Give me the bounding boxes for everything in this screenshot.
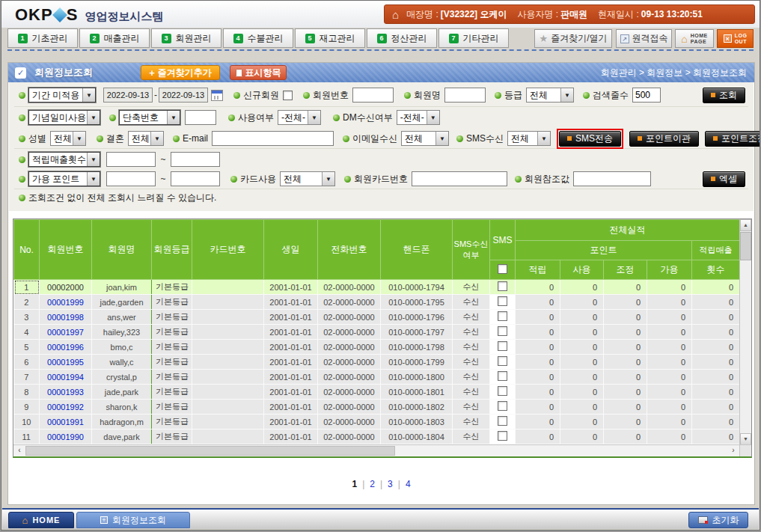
table-row[interactable]: 100002000joan,kim기본등급2001-01-0102-0000-0… [14, 280, 740, 295]
row-sms-checkbox[interactable] [498, 281, 507, 291]
home-tab[interactable]: ⌂ HOME [8, 512, 74, 528]
excel-button[interactable]: 엑셀 [703, 171, 745, 187]
gender-label: 성별 [28, 132, 46, 145]
favorites-open-button[interactable]: ★ 즐겨찾기/열기 [534, 29, 612, 48]
card-use-select[interactable]: 전체 ▼ [280, 171, 335, 186]
menu-tab-sales[interactable]: 2 매출관리 [79, 28, 150, 48]
new-member-checkbox[interactable] [283, 91, 293, 100]
anniversary-select[interactable]: 기념일미사용 ▼ [28, 110, 100, 125]
vertical-scroll-thumb[interactable] [740, 232, 751, 260]
cell-member-no[interactable]: 00001998 [40, 310, 92, 325]
period-select[interactable]: 기간 미적용 ▼ [28, 88, 96, 103]
table-row[interactable]: 700001994crystal,p기본등급2001-01-0102-0000-… [14, 370, 740, 385]
horizontal-scroll-thumb[interactable] [25, 446, 395, 456]
scroll-up-icon[interactable]: ▲ [740, 219, 751, 231]
cell-member-no[interactable]: 00001994 [40, 370, 92, 385]
member-no-input[interactable] [352, 88, 394, 103]
sales-count-select[interactable]: 적립매출횟수 ▼ [28, 152, 100, 167]
homepage-button[interactable]: ⌂ HOME PAGE [675, 29, 714, 48]
table-row[interactable]: 200001999jade,garden기본등급2001-01-0102-000… [14, 295, 740, 310]
point-to-input[interactable] [171, 171, 220, 186]
gender-select[interactable]: 전체 ▼ [50, 131, 86, 146]
cell-member-no[interactable]: 00001997 [40, 325, 92, 340]
cell-member-no[interactable]: 00002000 [40, 280, 92, 295]
table-row[interactable]: 1100001990dave,park기본등급2001-01-0102-0000… [14, 429, 740, 444]
menu-tab-settlement[interactable]: 6 정산관리 [367, 28, 437, 48]
remote-access-button[interactable]: ↗ 원격접속 [616, 29, 672, 48]
display-items-button[interactable]: 표시항목 [230, 65, 287, 80]
cell-member-no[interactable]: 00001990 [40, 429, 92, 444]
row-sms-checkbox[interactable] [498, 371, 507, 381]
row-sms-checkbox[interactable] [498, 401, 507, 411]
table-row[interactable]: 800001993jade,park기본등급2001-01-0102-0000-… [14, 385, 740, 400]
row-sms-checkbox[interactable] [498, 416, 507, 426]
row-sms-checkbox[interactable] [498, 326, 507, 336]
table-row[interactable]: 1000001991hadragon,m기본등급2001-01-0102-000… [14, 415, 740, 429]
row-sms-checkbox[interactable] [498, 296, 507, 306]
page-link-2[interactable]: 2 [370, 479, 375, 489]
scroll-down-icon[interactable]: ▼ [740, 433, 751, 445]
sms-send-button[interactable]: SMS전송 [559, 131, 621, 147]
bullet-icon [228, 114, 235, 121]
add-favorite-button[interactable]: + 즐겨찾기추가 [141, 65, 220, 80]
remote-label: 원격접속 [632, 32, 668, 45]
email-input[interactable] [212, 131, 334, 146]
menu-tab-etc[interactable]: 7 기타관리 [438, 28, 509, 48]
cell-member-no[interactable]: 00001993 [40, 385, 92, 400]
row-sms-checkbox[interactable] [498, 311, 507, 321]
grade-select[interactable]: 전체 ▼ [526, 88, 574, 103]
open-page-tab[interactable]: + 회원정보조회 [76, 512, 190, 528]
point-adjust-button[interactable]: 포인트조정 [705, 131, 760, 147]
cell-member-no[interactable]: 00001992 [40, 400, 92, 415]
point-transfer-button[interactable]: 포인트이관 [629, 131, 699, 147]
marriage-select[interactable]: 전체 ▼ [128, 131, 164, 146]
sales-count-to-input[interactable] [171, 152, 220, 167]
page-link-3[interactable]: 3 [388, 479, 393, 489]
row-sms-checkbox[interactable] [498, 386, 507, 396]
member-ref-input[interactable] [573, 171, 651, 186]
calendar-icon[interactable] [211, 90, 223, 101]
page-current[interactable]: 1 [352, 479, 357, 489]
sms-receive-select[interactable]: 전체 ▼ [507, 131, 551, 146]
cell-member-no[interactable]: 00001991 [40, 415, 92, 429]
point-type-select[interactable]: 가용 포인트 ▼ [28, 171, 100, 186]
sales-count-from-input[interactable] [106, 152, 156, 167]
select-all-checkbox[interactable] [498, 264, 507, 274]
search-button[interactable]: 조회 [703, 88, 745, 103]
dm-receive-select[interactable]: -전체- ▼ [397, 110, 440, 125]
search-rows-input[interactable] [632, 88, 661, 103]
menu-tab-inventory[interactable]: 5 재고관리 [295, 28, 365, 48]
scroll-right-icon[interactable]: › [727, 445, 739, 456]
shortcut-input[interactable] [185, 110, 216, 125]
point-from-input[interactable] [106, 171, 156, 186]
cell-member-no[interactable]: 00001995 [40, 355, 92, 370]
reset-button[interactable]: 초기화 [688, 512, 748, 528]
logout-button[interactable]: × LOG OUT [717, 29, 754, 48]
scroll-left-icon[interactable]: ‹ [13, 445, 25, 456]
shortcut-select[interactable]: 단축번호 ▼ [119, 110, 180, 125]
date-to-field[interactable]: 2022-09-13 [159, 88, 208, 103]
table-row[interactable]: 500001996bmo,c기본등급2001-01-0102-0000-0000… [14, 340, 740, 355]
row-sms-checkbox[interactable] [498, 356, 507, 366]
date-from-field[interactable]: 2022-09-13 [103, 88, 153, 103]
menu-tab-members[interactable]: 3 회원관리 [151, 28, 221, 48]
vertical-scrollbar[interactable]: ▲ ▼ [739, 219, 751, 445]
row-sms-checkbox[interactable] [498, 341, 507, 351]
page-link-4[interactable]: 4 [406, 479, 411, 489]
menu-tab-basic[interactable]: 1 기초관리 [7, 28, 78, 48]
table-row[interactable]: 300001998ans,wer기본등급2001-01-0102-0000-00… [14, 310, 740, 325]
table-row[interactable]: 400001997hailey,323기본등급2001-01-0102-0000… [14, 325, 740, 340]
cell-member-no[interactable]: 00001999 [40, 295, 92, 310]
row-sms-checkbox[interactable] [498, 431, 507, 441]
member-name-input[interactable] [444, 88, 486, 103]
cell-member-no[interactable]: 00001996 [40, 340, 92, 355]
col-card: 카드번호 [192, 220, 264, 280]
menu-tab-receiving[interactable]: 4 수불관리 [223, 28, 293, 48]
table-row[interactable]: 900001992sharon,k기본등급2001-01-0102-0000-0… [14, 400, 740, 415]
new-member-label: 신규회원 [243, 89, 279, 102]
use-status-select[interactable]: -전체- ▼ [278, 110, 321, 125]
member-card-no-input[interactable] [412, 171, 507, 186]
table-row[interactable]: 600001995wally,c기본등급2001-01-0102-0000-00… [14, 355, 740, 370]
horizontal-scrollbar[interactable]: ‹ › [13, 444, 739, 456]
email-receive-select[interactable]: 전체 ▼ [401, 131, 449, 146]
